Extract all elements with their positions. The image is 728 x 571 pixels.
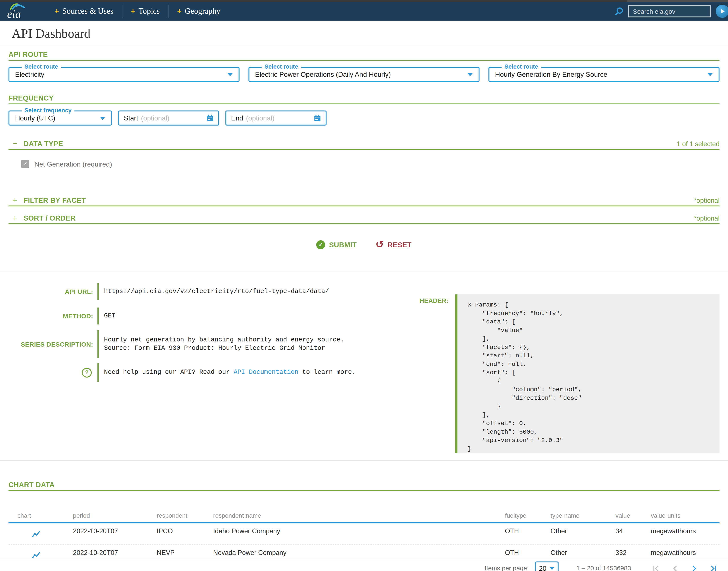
- frequency-select-label: Select frequency: [22, 107, 74, 114]
- line-chart-icon[interactable]: [31, 551, 41, 559]
- last-page-button[interactable]: [709, 565, 717, 571]
- nav-item-geography[interactable]: + Geography: [169, 7, 229, 16]
- nav-item-topics[interactable]: + Topics: [122, 7, 168, 16]
- filter-facet-section-header: + FILTER BY FACET *optional: [8, 197, 719, 206]
- window-top-strip: [0, 0, 728, 2]
- eia-logo[interactable]: eia: [7, 2, 27, 19]
- arrow-right-icon: [721, 9, 725, 14]
- help-prefix: Need help using our API? Read our: [104, 369, 234, 376]
- route-select-2[interactable]: Select route Electric Power Operations (…: [248, 67, 479, 82]
- api-url-label: API URL:: [8, 283, 93, 300]
- api-url-value: https://api.eia.gov/v2/electricity/rto/f…: [104, 287, 329, 296]
- chevron-down-icon: [707, 73, 713, 76]
- api-documentation-link[interactable]: API Documentation: [234, 369, 298, 376]
- eia-api-dashboard-page: eia + Sources & Uses + Topics + Geograph…: [0, 0, 728, 571]
- col-type-name: type-name: [551, 512, 616, 519]
- eia-logo-icon: eia: [7, 2, 27, 19]
- cell-period: 2022-10-20T07: [73, 524, 157, 545]
- page-size-select[interactable]: 20: [535, 561, 559, 571]
- previous-page-button[interactable]: [671, 565, 679, 571]
- next-page-icon: [690, 565, 698, 571]
- start-date-label: Start: [124, 114, 138, 122]
- cell-respondent: IPCO: [157, 524, 213, 545]
- expand-plus-icon[interactable]: +: [13, 197, 17, 204]
- sort-order-section-header: + SORT / ORDER *optional: [8, 214, 719, 224]
- submit-button[interactable]: SUBMIT: [316, 240, 357, 249]
- data-type-heading: DATA TYPE: [24, 140, 63, 148]
- frequency-select-value: Hourly (UTC): [15, 114, 55, 122]
- api-route-selects: Select route Electricity Select route El…: [8, 67, 719, 82]
- chart-data-heading: CHART DATA: [8, 481, 55, 488]
- green-bar: [97, 308, 99, 325]
- method-value: GET: [104, 312, 115, 320]
- section-divider: [0, 460, 728, 461]
- api-route-section-header: API ROUTE: [8, 51, 719, 61]
- start-date-placeholder: (optional): [141, 114, 169, 122]
- table-paginator: Items per page: 20 1 – 20 of 14536983: [0, 559, 728, 571]
- green-bar: [97, 363, 99, 382]
- frequency-heading: FREQUENCY: [8, 95, 54, 102]
- green-bar: [97, 283, 99, 300]
- route-select-1-value: Electricity: [15, 71, 44, 78]
- series-description-label: SERIES DESCRIPTION:: [8, 330, 93, 358]
- check-circle-icon: [316, 240, 326, 249]
- last-page-icon: [709, 565, 717, 571]
- next-page-button[interactable]: [690, 565, 698, 571]
- route-select-2-label: Select route: [262, 64, 301, 70]
- route-select-1[interactable]: Select route Electricity: [8, 67, 240, 82]
- col-fueltype: fueltype: [505, 512, 551, 519]
- start-date-field[interactable]: Start (optional): [118, 111, 219, 126]
- api-details: API URL: https://api.eia.gov/v2/electric…: [8, 283, 719, 460]
- cell-type-name: Other: [551, 524, 616, 545]
- nav-item-label: Sources & Uses: [62, 7, 113, 16]
- form-actions: SUBMIT ↺ RESET: [8, 240, 719, 249]
- question-circle-icon: ?: [82, 368, 92, 377]
- calendar-icon[interactable]: [314, 114, 321, 122]
- section-divider: [0, 271, 728, 271]
- first-page-button[interactable]: [653, 565, 660, 571]
- nav-item-label: Topics: [139, 7, 160, 16]
- col-chart: chart: [8, 512, 73, 519]
- col-value-units: value-units: [651, 512, 719, 519]
- table-header-row: chart period respondent respondent-name …: [8, 512, 719, 524]
- net-generation-checkbox[interactable]: [21, 160, 29, 168]
- chevron-down-icon: [227, 73, 233, 76]
- nav-item-label: Geography: [185, 7, 220, 16]
- page-size-value: 20: [539, 565, 546, 571]
- reset-button-label: RESET: [388, 240, 412, 248]
- method-label: METHOD:: [8, 308, 93, 325]
- chevron-down-icon: [467, 73, 473, 76]
- plus-icon: +: [55, 7, 59, 15]
- navbar-search: [615, 5, 721, 18]
- net-generation-checkbox-label: Net Generation (required): [34, 160, 112, 167]
- data-type-section-header: − DATA TYPE 1 of 1 selected: [8, 140, 719, 150]
- frequency-select[interactable]: Select frequency Hourly (UTC): [8, 111, 112, 126]
- previous-page-icon: [671, 565, 679, 571]
- frequency-fields: Select frequency Hourly (UTC) Start (opt…: [8, 111, 719, 126]
- route-select-3[interactable]: Select route Hourly Generation By Energy…: [488, 67, 719, 82]
- frequency-section-header: FREQUENCY: [8, 95, 719, 104]
- filter-facet-heading: FILTER BY FACET: [24, 197, 86, 204]
- reset-button[interactable]: ↺ RESET: [376, 240, 412, 249]
- end-date-placeholder: (optional): [246, 114, 275, 122]
- search-go-button[interactable]: [716, 5, 728, 18]
- col-respondent: respondent: [157, 512, 213, 519]
- line-chart-icon[interactable]: [31, 530, 41, 538]
- route-select-2-value: Electric Power Operations (Daily And Hou…: [255, 71, 391, 78]
- search-icon: [615, 7, 624, 16]
- window-top-strip-light: [627, 0, 728, 2]
- title-divider: [0, 46, 728, 46]
- calendar-icon[interactable]: [206, 114, 214, 122]
- route-select-3-label: Select route: [502, 64, 541, 70]
- expand-plus-icon[interactable]: +: [13, 214, 17, 222]
- sort-order-heading: SORT / ORDER: [24, 214, 76, 222]
- route-select-3-value: Hourly Generation By Energy Source: [495, 71, 607, 78]
- end-date-field[interactable]: End (optional): [225, 111, 327, 126]
- pagination-controls: [653, 565, 717, 571]
- search-input[interactable]: [628, 5, 711, 17]
- chevron-down-icon: [550, 567, 554, 570]
- collapse-minus-icon[interactable]: −: [13, 140, 17, 148]
- filter-facet-optional: *optional: [694, 197, 720, 204]
- col-value: value: [616, 512, 651, 519]
- nav-item-sources-uses[interactable]: + Sources & Uses: [55, 7, 122, 16]
